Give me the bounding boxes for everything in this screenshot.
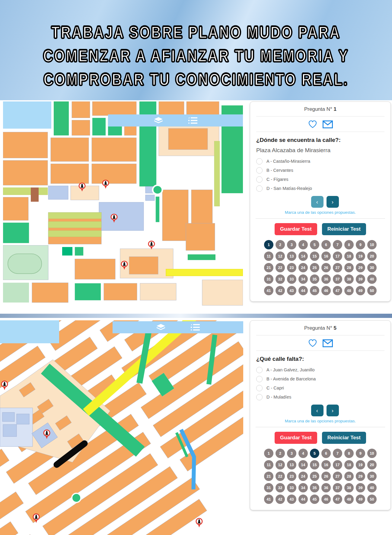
next-question-button[interactable]: ›: [327, 405, 339, 416]
question-number-17[interactable]: 17: [333, 460, 342, 469]
radio-icon[interactable]: [256, 376, 263, 382]
option-b[interactable]: B - Cervantes: [256, 166, 384, 175]
question-number-2[interactable]: 2: [276, 449, 285, 458]
radio-icon[interactable]: [256, 394, 263, 400]
question-number-7[interactable]: 7: [333, 240, 342, 249]
question-number-2[interactable]: 2: [276, 240, 285, 249]
question-number-40[interactable]: 40: [367, 274, 377, 284]
question-number-45[interactable]: 45: [310, 495, 319, 504]
question-number-18[interactable]: 18: [344, 251, 354, 261]
reset-test-button[interactable]: Reiniciar Test: [322, 432, 366, 444]
question-number-12[interactable]: 12: [276, 251, 285, 261]
question-number-33[interactable]: 33: [287, 483, 296, 492]
question-number-21[interactable]: 21: [264, 263, 273, 272]
question-number-1[interactable]: 1: [264, 449, 273, 458]
question-number-8[interactable]: 8: [344, 240, 354, 249]
option-c[interactable]: C - Capri: [256, 383, 384, 392]
map-question-5[interactable]: [0, 320, 243, 535]
question-number-13[interactable]: 13: [287, 251, 296, 261]
question-number-46[interactable]: 46: [321, 286, 331, 295]
option-d[interactable]: D - San Matías-Realejo: [256, 184, 384, 193]
question-number-19[interactable]: 19: [356, 251, 365, 261]
question-number-50[interactable]: 50: [367, 495, 377, 504]
next-question-button[interactable]: ›: [327, 196, 339, 208]
question-number-5[interactable]: 5: [310, 240, 319, 249]
question-number-44[interactable]: 44: [298, 495, 308, 504]
question-number-10[interactable]: 10: [367, 240, 377, 249]
question-number-36[interactable]: 36: [321, 483, 331, 492]
question-number-12[interactable]: 12: [276, 460, 285, 469]
question-number-42[interactable]: 42: [276, 286, 285, 295]
question-number-30[interactable]: 30: [367, 472, 377, 481]
question-number-41[interactable]: 41: [264, 286, 273, 295]
question-number-29[interactable]: 29: [356, 263, 365, 272]
question-number-35[interactable]: 35: [310, 274, 319, 284]
question-number-42[interactable]: 42: [276, 495, 285, 504]
question-number-6[interactable]: 6: [321, 240, 331, 249]
question-number-7[interactable]: 7: [333, 449, 342, 458]
question-number-24[interactable]: 24: [298, 472, 308, 481]
question-number-23[interactable]: 23: [287, 263, 296, 272]
question-number-19[interactable]: 19: [356, 460, 365, 469]
question-number-49[interactable]: 49: [356, 286, 365, 295]
question-number-29[interactable]: 29: [356, 472, 365, 481]
question-number-47[interactable]: 47: [333, 495, 342, 504]
question-number-22[interactable]: 22: [276, 472, 285, 481]
envelope-icon[interactable]: [323, 120, 333, 128]
radio-icon[interactable]: [256, 185, 263, 192]
question-number-1[interactable]: 1: [264, 240, 273, 249]
question-number-36[interactable]: 36: [321, 274, 331, 284]
question-number-5[interactable]: 5: [310, 449, 319, 458]
question-number-38[interactable]: 38: [344, 483, 354, 492]
question-number-28[interactable]: 28: [344, 263, 354, 272]
question-number-3[interactable]: 3: [287, 240, 296, 249]
prev-question-button[interactable]: ‹: [311, 405, 323, 416]
question-number-16[interactable]: 16: [321, 251, 331, 261]
save-test-button[interactable]: Guardar Test: [275, 432, 317, 444]
question-number-4[interactable]: 4: [298, 240, 308, 249]
question-number-43[interactable]: 43: [287, 495, 296, 504]
question-number-9[interactable]: 9: [356, 240, 365, 249]
question-number-50[interactable]: 50: [367, 286, 377, 295]
question-number-31[interactable]: 31: [264, 274, 273, 284]
question-number-35[interactable]: 35: [310, 483, 319, 492]
question-number-15[interactable]: 15: [310, 251, 319, 261]
question-number-10[interactable]: 10: [367, 449, 377, 458]
save-test-button[interactable]: Guardar Test: [275, 223, 317, 235]
question-number-34[interactable]: 34: [298, 483, 308, 492]
question-number-14[interactable]: 14: [298, 251, 308, 261]
radio-icon[interactable]: [256, 385, 263, 391]
question-number-24[interactable]: 24: [298, 263, 308, 272]
option-a[interactable]: A - Castaño-Mirasierra: [256, 157, 384, 166]
layers-icon[interactable]: [153, 117, 164, 124]
question-number-43[interactable]: 43: [287, 286, 296, 295]
question-number-8[interactable]: 8: [344, 449, 354, 458]
question-number-25[interactable]: 25: [310, 263, 319, 272]
question-number-48[interactable]: 48: [344, 495, 354, 504]
question-number-26[interactable]: 26: [321, 263, 331, 272]
map-question-1[interactable]: [3, 101, 243, 312]
option-d[interactable]: D - Muladíes: [256, 392, 384, 402]
question-number-4[interactable]: 4: [298, 449, 308, 458]
question-number-15[interactable]: 15: [310, 460, 319, 469]
question-number-9[interactable]: 9: [356, 449, 365, 458]
list-icon[interactable]: [190, 323, 200, 331]
question-number-22[interactable]: 22: [276, 263, 285, 272]
question-number-39[interactable]: 39: [356, 483, 365, 492]
question-number-23[interactable]: 23: [287, 472, 296, 481]
question-number-27[interactable]: 27: [333, 472, 342, 481]
heart-icon[interactable]: [308, 120, 317, 128]
question-number-34[interactable]: 34: [298, 274, 308, 284]
question-number-25[interactable]: 25: [310, 472, 319, 481]
option-a[interactable]: A - Juan Galvez, Juanillo: [256, 365, 384, 374]
radio-icon[interactable]: [256, 367, 263, 373]
question-number-31[interactable]: 31: [264, 483, 273, 492]
question-number-46[interactable]: 46: [321, 495, 331, 504]
question-number-48[interactable]: 48: [344, 286, 354, 295]
question-number-11[interactable]: 11: [264, 251, 273, 261]
list-icon[interactable]: [188, 117, 198, 124]
question-number-21[interactable]: 21: [264, 472, 273, 481]
question-number-32[interactable]: 32: [276, 274, 285, 284]
question-number-40[interactable]: 40: [367, 483, 377, 492]
question-number-47[interactable]: 47: [333, 286, 342, 295]
